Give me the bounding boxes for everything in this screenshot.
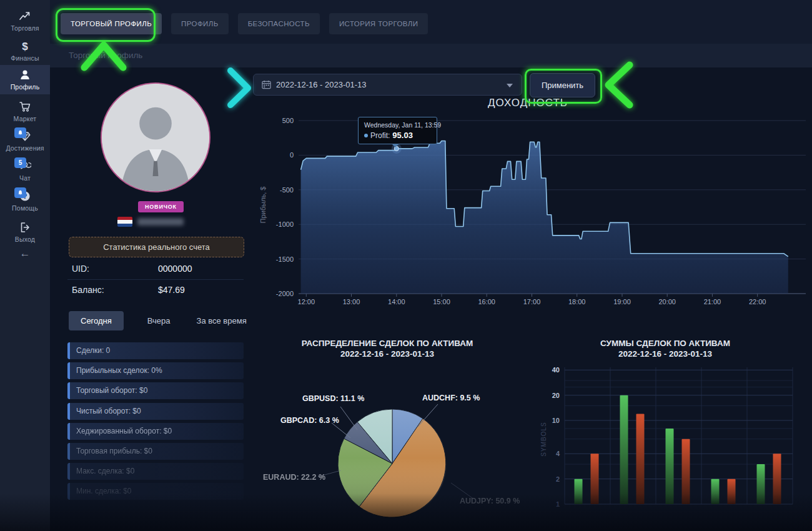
svg-text:0: 0	[290, 151, 294, 159]
notification-badge: 5	[14, 157, 26, 168]
breadcrumb-bar: Торговый профиль	[50, 44, 812, 67]
svg-text:12:00: 12:00	[298, 298, 315, 305]
cart-icon	[19, 101, 31, 113]
sidebar-collapse-button[interactable]: ←	[0, 247, 50, 260]
dollar-icon: $	[19, 40, 31, 52]
real-account-stats-button[interactable]: Статистика реального счета	[69, 237, 244, 257]
svg-text:21:00: 21:00	[704, 298, 721, 305]
username-redacted	[137, 218, 184, 226]
sidebar-item-label: Выход	[15, 236, 35, 243]
tab-trading-history[interactable]: ИСТОРИЯ ТОРГОВЛИ	[329, 13, 428, 34]
sidebar-item-label: Профиль	[11, 83, 40, 91]
sidebar-item-помощь[interactable]: ?Помощь	[0, 186, 50, 216]
svg-text:4: 4	[556, 450, 560, 457]
balance-label: Баланс:	[72, 285, 104, 295]
pie-label-gbpusd: GBPUSD: 11.1 %	[302, 394, 364, 403]
sidebar-item-финансы[interactable]: $Финансы	[0, 36, 50, 66]
stat-row: Мин. сделка: $0	[67, 483, 244, 500]
sidebar-item-label: Торговля	[11, 24, 39, 32]
highlight-box-apply-button	[525, 69, 602, 104]
topbar: ТОРГОВЫЙ ПРОФИЛЬПРОФИЛЬБЕЗОПАСНОСТЬИСТОР…	[50, 0, 812, 44]
period-tab-2[interactable]: За все время	[194, 311, 249, 330]
svg-text:18:00: 18:00	[568, 298, 586, 305]
left-arrow-icon: ←	[20, 247, 31, 259]
balance-value: $47.69	[158, 285, 185, 295]
sidebar-item-достижения[interactable]: Достижения	[0, 126, 50, 156]
pie-chart-title: РАСПРЕДЕЛЕНИЕ СДЕЛОК ПО АКТИВАМ 2022-12-…	[269, 338, 506, 359]
uid-value: 0000000	[158, 264, 192, 274]
sidebar-item-выход[interactable]: Выход	[0, 217, 50, 247]
uid-label: UID:	[72, 264, 89, 274]
avatar-silhouette	[102, 84, 209, 191]
sidebar-item-торговля[interactable]: Торговля	[0, 6, 50, 36]
green-arrow-up-icon	[80, 37, 130, 75]
svg-text:1: 1	[556, 500, 560, 508]
sidebar-item-label: Финансы	[11, 54, 39, 62]
svg-text:-1500: -1500	[276, 256, 294, 263]
notification-badge	[14, 187, 26, 198]
uid-row: UID: 0000000	[67, 259, 244, 280]
stat-row: Прибыльных сделок: 0%	[67, 362, 244, 379]
tab-profile[interactable]: ПРОФИЛЬ	[171, 13, 229, 34]
svg-text:20: 20	[552, 392, 560, 399]
stat-row: Торговая прибыль: $0	[67, 443, 244, 460]
stat-row: Чистый оборот: $0	[67, 403, 244, 420]
series-dot	[364, 134, 368, 137]
tooltip-value: 95.03	[392, 131, 413, 140]
assets-sums-bar-chart: 402010421SYMBOLS	[537, 361, 812, 531]
svg-text:16:00: 16:00	[478, 298, 495, 305]
balance-row: Баланс: $47.69	[67, 280, 244, 300]
sidebar-item-чат[interactable]: 5Чат	[0, 156, 50, 186]
svg-text:-1000: -1000	[276, 221, 294, 228]
svg-text:2: 2	[556, 475, 560, 483]
chevron-down-icon	[507, 84, 513, 87]
pie-label-euraud: EURAUD: 22.2 %	[263, 473, 325, 482]
pie-label-audjpy: AUDJPY: 50.9 %	[460, 497, 520, 505]
profitability-chart: 5000-500-1000-1500-200012:0013:0014:0015…	[259, 111, 812, 311]
svg-text:22:00: 22:00	[749, 298, 766, 305]
tooltip-series: Profit:	[370, 131, 390, 140]
stat-row: Торговый оборот: $0	[67, 382, 244, 399]
svg-text:-2000: -2000	[276, 290, 294, 297]
green-arrow-left-icon	[600, 59, 637, 112]
svg-text:SYMBOLS: SYMBOLS	[540, 422, 547, 456]
sidebar-item-label: Маркет	[14, 115, 37, 122]
avatar	[101, 82, 210, 192]
sidebar-item-label: Достижения	[6, 144, 44, 152]
person-icon	[19, 69, 31, 81]
sidebar-item-профиль[interactable]: Профиль	[0, 65, 50, 94]
period-tabs: СегодняВчераЗа все время	[69, 311, 249, 330]
notification-badge	[14, 127, 26, 138]
trend-icon	[19, 10, 31, 22]
sidebar-item-label: Чат	[19, 174, 31, 182]
cyan-arrow-right-icon	[224, 64, 255, 112]
svg-text:10: 10	[552, 417, 560, 424]
date-range-value: 2022-12-16 - 2023-01-13	[276, 80, 367, 89]
country-flag-netherlands	[117, 217, 132, 227]
trading-profile-screen: ТОРГОВЫЙ ПРОФИЛЬПРОФИЛЬБЕЗОПАСНОСТЬИСТОР…	[0, 0, 812, 531]
svg-text:19:00: 19:00	[613, 298, 631, 305]
svg-text:17:00: 17:00	[523, 298, 541, 305]
sidebar-item-маркет[interactable]: Маркет	[0, 97, 50, 126]
svg-text:$: $	[22, 41, 28, 52]
calendar-icon	[262, 80, 271, 89]
period-tab-0[interactable]: Сегодня	[69, 311, 124, 330]
period-tab-1[interactable]: Вчера	[145, 311, 173, 330]
stat-row: Сделки: 0	[67, 342, 244, 359]
svg-text:Прибыль, $: Прибыль, $	[259, 187, 267, 224]
svg-text:14:00: 14:00	[388, 298, 405, 305]
pie-label-gbpcad: GBPCAD: 6.3 %	[280, 416, 339, 425]
svg-text:20:00: 20:00	[658, 298, 676, 305]
stat-row: Хеджированный оборот: $0	[67, 423, 244, 440]
date-range-input[interactable]: 2022-12-16 - 2023-01-13	[253, 74, 522, 96]
tab-security[interactable]: БЕЗОПАСНОСТЬ	[238, 13, 320, 34]
logout-icon	[19, 221, 31, 234]
svg-text:40: 40	[552, 366, 560, 374]
level-badge: НОВИЧОК	[138, 201, 184, 212]
svg-text:500: 500	[282, 117, 294, 124]
chart-tooltip: Wednesday, Jan 11, 13:59 Profit: 95.03	[358, 117, 437, 144]
sidebar: Торговля$ФинансыПрофильМаркетДостижения5…	[0, 0, 50, 531]
stat-row: Макс. сделка: $0	[67, 463, 244, 480]
svg-text:-500: -500	[280, 186, 294, 194]
assets-distribution-pie	[262, 386, 531, 531]
